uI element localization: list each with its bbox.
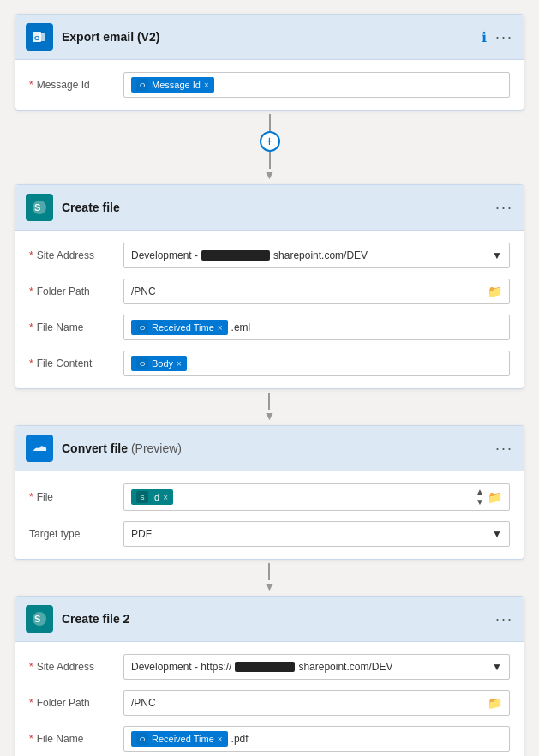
connector-line-3 <box>268 563 270 580</box>
label-message-id: * Message Id <box>29 79 123 91</box>
tag-icon-sp-id: S <box>136 491 148 503</box>
label-file-name-1: * File Name <box>29 321 123 333</box>
folder-icon-2: 📁 <box>488 696 502 710</box>
card-title-create-file: Create file <box>62 201 487 214</box>
close-tag-fn1[interactable]: × <box>218 323 223 333</box>
sharepoint-icon-1: S <box>26 194 53 221</box>
card-header-create-file: S Create file ··· <box>15 185 524 231</box>
card-create-file: S Create file ··· * Site Address Develop… <box>15 184 524 389</box>
connector-plus-1[interactable]: + <box>260 131 280 152</box>
label-file-name-2: * File Name <box>29 733 123 745</box>
connector-arrow-2: ▼ <box>264 410 276 422</box>
card-body-convert-file: * File S Id × ▲ ▼ 📁 <box>15 471 524 559</box>
folder-icon-convert: 📁 <box>488 490 502 504</box>
label-folder-path-2: * Folder Path <box>29 697 123 709</box>
close-tag-message-id[interactable]: × <box>204 81 209 90</box>
svg-rect-2 <box>39 33 45 41</box>
card-header-export-email: O Export email (V2) ℹ ··· <box>15 15 524 60</box>
close-tag-id[interactable]: × <box>163 493 168 502</box>
label-site-address-1: * Site Address <box>29 249 123 261</box>
preview-badge: (Preview) <box>131 441 182 455</box>
tag-icon-outlook-fn1: O <box>136 321 148 333</box>
tag-id-sharepoint: S Id × <box>131 489 173 505</box>
card-body-export-email: * Message Id O Message Id × <box>15 60 524 110</box>
label-file-convert: * File <box>29 491 123 503</box>
more-menu-export-email[interactable]: ··· <box>495 28 513 46</box>
value-folder-path-2[interactable]: /PNC 📁 <box>123 690 510 716</box>
card-title-create-file-2: Create file 2 <box>62 612 487 626</box>
close-tag-body[interactable]: × <box>177 359 182 369</box>
card-header-create-file-2: S Create file 2 ··· <box>15 597 524 642</box>
dropdown-arrow-site-2[interactable]: ▼ <box>492 661 502 673</box>
card-convert-file: Convert file (Preview) ··· * File S Id × <box>15 425 524 560</box>
redacted-1 <box>201 250 270 261</box>
field-folder-path-1: * Folder Path /PNC 📁 <box>15 273 524 309</box>
value-file-content-1[interactable]: O Body × <box>123 351 510 376</box>
field-file-name-2: * File Name O Received Time × .pdf <box>15 721 524 756</box>
file-convert-content: S Id × <box>131 489 470 505</box>
field-message-id: * Message Id O Message Id × <box>15 67 524 103</box>
redacted-2 <box>235 662 295 672</box>
more-menu-create-file[interactable]: ··· <box>495 199 513 217</box>
tag-icon-outlook-body: O <box>136 357 148 369</box>
field-file-content-1: * File Content O Body × <box>15 345 524 381</box>
card-body-create-file: * Site Address Development - sharepoint.… <box>15 231 524 388</box>
card-body-create-file-2: * Site Address Development - https:// sh… <box>15 642 524 756</box>
site-address-text-1: Development - sharepoint.com/DEV <box>131 249 492 261</box>
chevron-up-icon[interactable]: ▲ <box>476 488 484 496</box>
connector-arrow-1: ▼ <box>264 169 276 181</box>
connector-line-bottom <box>269 152 271 169</box>
connector-arrow-3: ▼ <box>264 580 276 592</box>
tag-icon-outlook: O <box>136 79 148 91</box>
card-title-convert-file: Convert file (Preview) <box>62 441 487 455</box>
value-target-type[interactable]: PDF ▼ <box>123 521 510 547</box>
label-site-address-2: * Site Address <box>29 661 123 673</box>
label-target-type: Target type <box>29 528 123 540</box>
value-site-address-2[interactable]: Development - https:// sharepoint.com/DE… <box>123 654 510 680</box>
more-menu-create-file-2[interactable]: ··· <box>495 610 513 628</box>
field-file-convert: * File S Id × ▲ ▼ 📁 <box>15 478 524 516</box>
tag-icon-outlook-fn2: O <box>136 733 148 745</box>
value-site-address-1[interactable]: Development - sharepoint.com/DEV ▼ <box>123 243 510 268</box>
sharepoint-icon-2: S <box>26 605 53 633</box>
flow-container: O Export email (V2) ℹ ··· * Message Id O… <box>14 14 525 756</box>
value-file-name-2[interactable]: O Received Time × .pdf <box>123 726 510 752</box>
value-file-name-1[interactable]: O Received Time × .eml <box>123 315 510 340</box>
chevron-down-icon[interactable]: ▼ <box>476 498 484 507</box>
close-tag-fn2[interactable]: × <box>218 735 223 744</box>
tag-message-id: O Message Id × <box>131 77 214 93</box>
tag-received-time-1: O Received Time × <box>131 320 228 335</box>
connector-3: ▼ <box>264 560 276 596</box>
spinners-container: ▲ ▼ <box>470 488 484 507</box>
site-address-text-2: Development - https:// sharepoint.com/DE… <box>131 661 492 673</box>
connector-2: ▼ <box>264 389 276 425</box>
svg-text:S: S <box>34 614 40 624</box>
dropdown-arrow-site-1[interactable]: ▼ <box>492 249 502 261</box>
connector-line-2 <box>268 393 270 410</box>
tag-body: O Body × <box>131 356 187 371</box>
label-file-content-1: * File Content <box>29 357 123 369</box>
label-folder-path-1: * Folder Path <box>29 285 123 297</box>
more-menu-convert-file[interactable]: ··· <box>495 440 513 458</box>
folder-icon-1: 📁 <box>488 285 502 298</box>
tag-received-time-2: O Received Time × <box>131 731 228 747</box>
value-folder-path-1[interactable]: /PNC 📁 <box>123 279 510 304</box>
svg-text:S: S <box>34 202 40 213</box>
field-site-address-1: * Site Address Development - sharepoint.… <box>15 237 524 273</box>
connector-1: + ▼ <box>260 111 280 184</box>
card-export-email: O Export email (V2) ℹ ··· * Message Id O… <box>15 14 524 111</box>
dropdown-arrow-target[interactable]: ▼ <box>492 528 502 540</box>
field-folder-path-2: * Folder Path /PNC 📁 <box>15 685 524 721</box>
field-file-name-1: * File Name O Received Time × .eml <box>15 309 524 345</box>
field-target-type: Target type PDF ▼ <box>15 516 524 552</box>
info-icon-export-email[interactable]: ℹ <box>482 29 487 45</box>
card-create-file-2: S Create file 2 ··· * Site Address Devel… <box>15 596 524 756</box>
value-message-id[interactable]: O Message Id × <box>123 72 510 98</box>
value-file-convert[interactable]: S Id × ▲ ▼ 📁 <box>123 483 510 511</box>
field-site-address-2: * Site Address Development - https:// sh… <box>15 649 524 685</box>
connector-line-top <box>269 114 271 131</box>
outlook-icon: O <box>26 23 53 51</box>
onedrive-icon-1 <box>26 435 53 462</box>
card-title-export-email: Export email (V2) <box>62 30 473 44</box>
card-header-convert-file: Convert file (Preview) ··· <box>15 426 524 471</box>
